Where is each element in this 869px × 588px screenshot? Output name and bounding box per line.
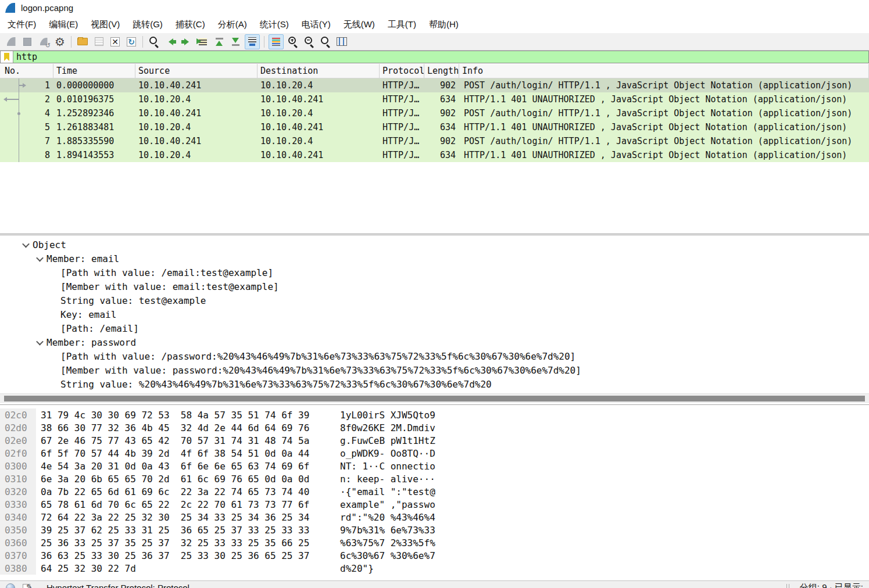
hex-bytes[interactable]: 39 25 37 62 25 33 31 25 36 65 25 37 33 2… [41, 525, 340, 536]
hex-row[interactable]: 0340 72 64 22 3a 22 25 32 30 25 34 33 25… [0, 511, 869, 524]
menu-item[interactable]: 统计(S) [253, 17, 295, 33]
hex-ascii[interactable]: ·{"email ":"test@ [340, 486, 435, 497]
tree-item[interactable]: Key: email [0, 307, 869, 321]
packet-row[interactable]: 2 0.010196375 10.10.20.4 10.10.40.241 HT… [0, 92, 869, 106]
menu-item[interactable]: 电话(Y) [295, 17, 337, 33]
chevron-down-icon[interactable] [19, 238, 33, 252]
hex-bytes[interactable]: 6f 5f 70 57 44 4b 39 2d 4f 6f 38 54 51 0… [41, 448, 340, 459]
hex-row[interactable]: 02e0 67 2e 46 75 77 43 65 42 70 57 31 74… [0, 434, 869, 447]
menu-item[interactable]: 帮助(H) [423, 17, 465, 33]
previous-packet-icon[interactable] [163, 35, 177, 49]
first-packet-icon[interactable] [212, 35, 226, 49]
hex-row[interactable]: 0380 64 25 32 30 22 7d d%20"} [0, 562, 869, 575]
column-header-no[interactable]: No. [0, 64, 53, 78]
find-packet-icon[interactable] [147, 35, 161, 49]
hex-row[interactable]: 02d0 38 66 30 77 32 36 4b 45 32 4d 2e 44… [0, 421, 869, 434]
hex-bytes[interactable]: 4e 54 3a 20 31 0d 0a 43 6f 6e 6e 65 63 7… [41, 461, 340, 472]
tree-item[interactable]: [Path with value: /email:test@example] [0, 266, 869, 279]
hex-ascii[interactable]: g.FuwCeB pW1t1HtZ [340, 435, 435, 446]
hex-bytes[interactable]: 0a 7b 22 65 6d 61 69 6c 22 3a 22 74 65 7… [41, 486, 340, 497]
chevron-down-icon[interactable] [33, 335, 47, 349]
hex-ascii[interactable]: NT: 1··C onnectio [340, 461, 435, 472]
zoom-in-icon[interactable] [286, 35, 300, 49]
menu-item[interactable]: 跳转(G) [126, 17, 169, 33]
tree-item[interactable]: String value: %20%43%46%49%7b%31%6e%73%3… [0, 377, 869, 391]
tree-item[interactable]: [Member with value: email:test@example] [0, 279, 869, 293]
column-header-source[interactable]: Source [135, 64, 258, 78]
hex-bytes[interactable]: 65 78 61 6d 70 6c 65 22 2c 22 70 61 73 7… [41, 499, 340, 510]
hex-bytes[interactable]: 31 79 4c 30 30 69 72 53 58 4a 57 35 51 7… [41, 410, 340, 421]
packet-row[interactable]: 1 0.000000000 10.10.40.241 10.10.20.4 HT… [0, 78, 869, 92]
menu-item[interactable]: 无线(W) [337, 17, 381, 33]
toolbar-separator[interactable] [264, 36, 264, 48]
hex-ascii[interactable]: example" ,"passwo [340, 499, 435, 510]
hex-bytes[interactable]: 36 63 25 33 30 25 36 37 25 33 30 25 36 6… [41, 550, 340, 561]
auto-scroll-icon[interactable] [245, 34, 260, 49]
hex-bytes[interactable]: 64 25 32 30 22 7d [41, 563, 340, 574]
tree-item[interactable]: Member: password [0, 335, 869, 349]
hex-ascii[interactable]: n: keep- alive··· [340, 474, 435, 485]
tree-item[interactable]: [Path: /email] [0, 321, 869, 335]
hex-row[interactable]: 0300 4e 54 3a 20 31 0d 0a 43 6f 6e 6e 65… [0, 460, 869, 472]
capture-options-icon[interactable] [53, 35, 67, 49]
capture-comment-icon[interactable] [22, 583, 31, 588]
toolbar-separator[interactable] [142, 36, 143, 48]
hex-bytes[interactable]: 25 36 33 25 37 35 25 37 32 25 33 33 25 3… [41, 537, 340, 548]
expert-info-icon[interactable] [6, 583, 15, 588]
hex-bytes[interactable]: 38 66 30 77 32 36 4b 45 32 4d 2e 44 6d 6… [41, 422, 340, 433]
hex-row[interactable]: 0310 6e 3a 20 6b 65 65 70 2d 61 6c 69 76… [0, 472, 869, 485]
hex-ascii[interactable]: 9%7b%31% 6e%73%33 [340, 525, 435, 536]
hex-bytes[interactable]: 72 64 22 3a 22 25 32 30 25 34 33 25 34 3… [41, 512, 340, 523]
reload-file-icon[interactable] [124, 35, 138, 49]
hex-row[interactable]: 0370 36 63 25 33 30 25 36 37 25 33 30 25… [0, 549, 869, 562]
chevron-down-icon[interactable] [33, 252, 47, 266]
column-header-destination[interactable]: Destination [258, 64, 380, 78]
column-header-time[interactable]: Time [53, 64, 135, 78]
menu-item[interactable]: 捕获(C) [169, 17, 212, 33]
hex-ascii[interactable]: d%20"} [340, 563, 374, 574]
hex-bytes[interactable]: 67 2e 46 75 77 43 65 42 70 57 31 74 31 4… [41, 435, 340, 446]
tree-item[interactable]: [Path with value: /password:%20%43%46%49… [0, 349, 869, 363]
hex-row[interactable]: 0360 25 36 33 25 37 35 25 37 32 25 33 33… [0, 536, 869, 549]
column-header-protocol[interactable]: Protocol [380, 64, 424, 78]
packet-row[interactable]: 7 1.885335590 10.10.40.241 10.10.20.4 HT… [0, 134, 869, 148]
menu-item[interactable]: 视图(V) [84, 17, 126, 33]
hex-ascii[interactable]: o_pWDK9- Oo8TQ··D [340, 448, 435, 459]
scrollbar-thumb[interactable] [4, 396, 865, 401]
go-to-packet-icon[interactable] [196, 35, 210, 49]
save-file-icon[interactable] [92, 35, 106, 49]
hex-bytes[interactable]: 6e 3a 20 6b 65 65 70 2d 61 6c 69 76 65 0… [41, 474, 340, 485]
next-packet-icon[interactable] [180, 35, 194, 49]
hex-ascii[interactable]: rd":"%20 %43%46%4 [340, 512, 435, 523]
last-packet-icon[interactable] [228, 35, 242, 49]
menu-item[interactable]: 编辑(E) [42, 17, 84, 33]
menu-item[interactable]: 分析(A) [212, 17, 253, 33]
hex-row[interactable]: 0350 39 25 37 62 25 33 31 25 36 65 25 37… [0, 524, 869, 536]
menu-item[interactable]: 文件(F) [1, 17, 42, 33]
toolbar-separator[interactable] [71, 36, 71, 48]
colorize-icon[interactable] [269, 34, 284, 49]
hex-row[interactable]: 02f0 6f 5f 70 57 44 4b 39 2d 4f 6f 38 54… [0, 447, 869, 460]
hex-ascii[interactable]: 6c%30%67 %30%6e%7 [340, 550, 435, 561]
column-header-length[interactable]: Length [424, 64, 459, 78]
stop-capture-icon[interactable] [20, 35, 34, 49]
tree-item[interactable]: Member: email [0, 252, 869, 266]
hex-ascii[interactable]: %63%75%7 2%33%5f% [340, 537, 435, 548]
filter-bookmark-icon[interactable] [1, 51, 13, 63]
hex-row[interactable]: 0320 0a 7b 22 65 6d 61 69 6c 22 3a 22 74… [0, 485, 869, 498]
packet-row[interactable]: 8 1.894143553 10.10.20.4 10.10.40.241 HT… [0, 148, 869, 162]
packet-row[interactable]: 4 1.252892346 10.10.40.241 10.10.20.4 HT… [0, 106, 869, 120]
zoom-out-icon[interactable] [302, 35, 316, 49]
hex-row[interactable]: 0330 65 78 61 6d 70 6c 65 22 2c 22 70 61… [0, 498, 869, 511]
tree-item[interactable]: Object [0, 238, 869, 252]
close-file-icon[interactable] [108, 35, 122, 49]
resize-columns-icon[interactable] [335, 35, 349, 49]
display-filter-input[interactable]: http [13, 51, 868, 63]
zoom-reset-icon[interactable] [319, 35, 332, 49]
packet-row[interactable]: 5 1.261883481 10.10.20.4 10.10.40.241 HT… [0, 120, 869, 134]
hex-ascii[interactable]: 1yL00irS XJW5Qto9 [340, 410, 435, 421]
hex-row[interactable]: 02c0 31 79 4c 30 30 69 72 53 58 4a 57 35… [0, 408, 869, 421]
tree-item[interactable]: String value: test@example [0, 293, 869, 307]
hex-ascii[interactable]: 8f0w26KE 2M.Dmdiv [340, 422, 435, 433]
open-file-icon[interactable] [76, 35, 90, 49]
